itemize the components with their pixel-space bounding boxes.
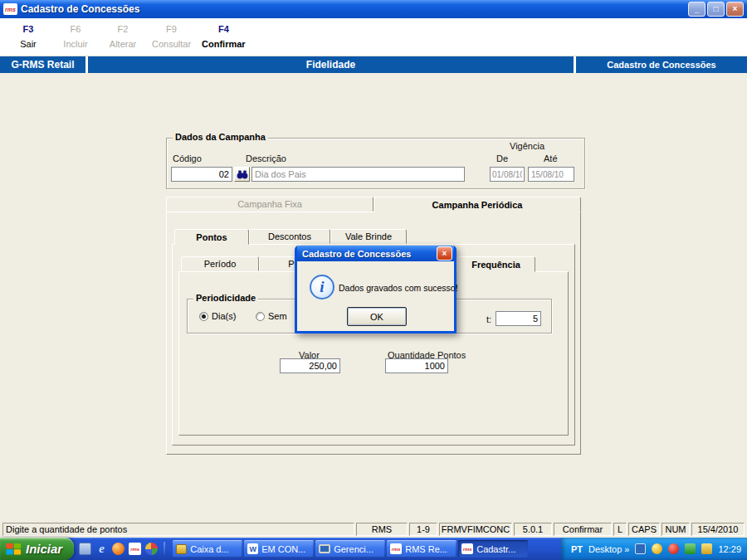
tab-vale-brinde[interactable]: Vale Brinde: [330, 229, 407, 244]
status-panel-version: 5.0.1: [514, 523, 552, 536]
tab-descontos[interactable]: Descontos: [249, 229, 330, 244]
taskbar-clock[interactable]: 12:29: [718, 544, 741, 554]
taskbar-divider: [164, 542, 165, 557]
dialog-titlebar: Cadastro de Concessões ×: [297, 246, 454, 261]
desktop-toolbar-label: Desktop: [588, 544, 622, 554]
binoculars-icon: [237, 170, 248, 179]
internet-explorer-icon[interactable]: e: [95, 543, 108, 555]
tray-display-icon[interactable]: [635, 543, 646, 554]
taskbar-item-emcon[interactable]: W EM CON...: [244, 540, 314, 558]
codigo-label: Código: [173, 153, 202, 163]
radio-dias[interactable]: Dia(s): [199, 311, 236, 321]
tab-campanha-fixa: Campanha Fixa: [166, 197, 374, 212]
status-panel-range: 1-9: [409, 523, 437, 536]
tab-campanha-periodica[interactable]: Campanha Periódica: [374, 197, 581, 212]
vigencia-ate-input[interactable]: [528, 167, 574, 182]
language-indicator[interactable]: PT: [571, 544, 583, 554]
toolbar-alterar-label: Alterar: [105, 39, 141, 49]
tray-badge-icon[interactable]: [701, 543, 712, 554]
app-icon: rms: [3, 3, 17, 15]
taskbar-item-gerenciador[interactable]: Gerenci...: [315, 540, 385, 558]
taskbar-item-label: EM CON...: [261, 544, 305, 554]
cash-register-icon: [176, 544, 187, 554]
main-content: Dados da Campanha Vigência Código Descri…: [0, 73, 747, 521]
tray-shield-icon[interactable]: [685, 543, 696, 554]
windows-flag-icon: [6, 543, 22, 556]
rms-app-icon: rms: [390, 543, 402, 554]
periodicidade-legend: Periodicidade: [193, 293, 258, 304]
restore-icon[interactable]: □: [707, 2, 725, 17]
toolbar-consultar-button: F9 Consultar: [152, 24, 191, 49]
vigencia-de-input[interactable]: [490, 167, 525, 182]
banner-product: G-RMS Retail: [0, 56, 85, 73]
word-document-icon: W: [247, 543, 258, 554]
toolbar-confirmar-key: F4: [202, 24, 246, 34]
function-toolbar: F3 Sair F6 Incluir F2 Alterar F9 Consult…: [0, 18, 747, 56]
ate-label: Até: [544, 153, 558, 163]
toolbar-sair-key: F3: [10, 24, 46, 34]
toolbar-confirmar-label: Confirmar: [202, 39, 246, 49]
status-panel-form: FRMVFIMCONC: [439, 523, 512, 536]
close-icon[interactable]: ×: [726, 2, 744, 17]
tab-frequencia[interactable]: Frequência: [456, 256, 535, 272]
quicklaunch-rms-icon[interactable]: rms: [129, 543, 141, 555]
radio-selected-icon: [199, 312, 208, 321]
de-label: De: [496, 153, 508, 163]
frequencia-qty-input[interactable]: [496, 311, 541, 326]
toolbar-consultar-key: F9: [152, 24, 191, 34]
quantidade-pontos-input[interactable]: [385, 358, 448, 373]
dialog-title: Cadastro de Concessões: [302, 249, 437, 259]
rms-app-icon: rms: [461, 543, 473, 554]
taskbar-item-label: Gerenci...: [334, 544, 374, 554]
search-binoculars-button[interactable]: [234, 167, 250, 182]
window-title: Cadastro de Concessões: [21, 3, 688, 15]
vigencia-label: Vigência: [490, 141, 564, 151]
status-panel-system: RMS: [356, 523, 408, 536]
start-label: Iniciar: [26, 542, 62, 556]
status-bar: Digite a quantidade de pontos RMS 1-9 FR…: [0, 521, 747, 538]
quicklaunch-orange-icon[interactable]: [112, 543, 124, 555]
tray-status-icon[interactable]: [652, 543, 662, 554]
toolbar-sair-button[interactable]: F3 Sair: [10, 24, 46, 49]
desktop-toolbar[interactable]: Desktop »: [588, 544, 629, 554]
taskbar-item-rms-retail[interactable]: rms RMS Re...: [387, 540, 456, 558]
window-titlebar: rms Cadastro de Concessões _ □ ×: [0, 0, 747, 18]
show-desktop-icon[interactable]: [79, 543, 91, 555]
radio-dias-label: Dia(s): [212, 311, 236, 321]
status-message: Digite a quantidade de pontos: [2, 523, 354, 536]
radio-semana[interactable]: Sem: [256, 311, 287, 321]
quicklaunch-media-icon[interactable]: [145, 543, 158, 555]
status-panel-action: Confirmar: [554, 523, 612, 536]
minimize-icon[interactable]: _: [688, 2, 706, 17]
taskbar-item-label: Cadastr...: [476, 544, 515, 554]
system-tray: PT Desktop » 12:29: [561, 538, 747, 560]
status-panel-num: NUM: [662, 523, 690, 536]
toolbar-confirmar-button[interactable]: F4 Confirmar: [202, 24, 246, 49]
dialog-body: i Dados gravados com sucesso! OK: [297, 261, 454, 331]
start-button[interactable]: Iniciar: [0, 538, 74, 560]
descricao-label: Descrição: [246, 153, 286, 163]
taskbar-item-label: RMS Re...: [405, 544, 447, 554]
toolbar-incluir-key: F6: [57, 24, 94, 34]
dialog-close-icon[interactable]: ×: [437, 246, 452, 261]
tab-periodo[interactable]: Período: [181, 256, 259, 271]
banner-module: Fidelidade: [88, 56, 574, 73]
taskbar-item-cadastro[interactable]: rms Cadastr...: [458, 540, 528, 558]
status-panel-l: L: [613, 523, 627, 536]
radio-unselected-icon: [256, 312, 265, 321]
monitor-icon: [319, 544, 330, 553]
info-icon: i: [310, 275, 334, 299]
valor-input[interactable]: [280, 358, 340, 373]
codigo-input[interactable]: [171, 167, 232, 182]
status-panel-caps: CAPS: [628, 523, 660, 536]
ok-button[interactable]: OK: [347, 307, 407, 326]
chevron-icon: »: [624, 544, 629, 554]
taskbar-item-caixa[interactable]: Caixa d...: [173, 540, 242, 558]
tray-alert-icon[interactable]: [668, 543, 679, 554]
dados-campanha-legend: Dados da Campanha: [173, 132, 268, 143]
window-controls: _ □ ×: [688, 2, 744, 17]
descricao-input[interactable]: [251, 167, 465, 182]
tab-pontos[interactable]: Pontos: [174, 229, 249, 245]
toolbar-sair-label: Sair: [10, 39, 46, 49]
status-panel-date: 15/4/2010: [691, 523, 745, 536]
